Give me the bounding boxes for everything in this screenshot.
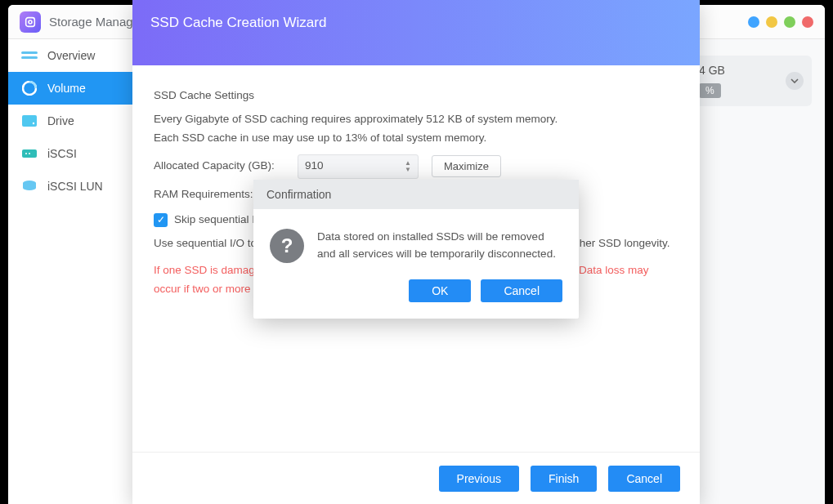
finish-button[interactable]: Finish	[531, 466, 597, 492]
sidebar-item-label: Volume	[47, 82, 86, 95]
maximize-button[interactable]: Maximize	[432, 155, 501, 177]
svg-rect-3	[21, 56, 38, 59]
dialog-title: Confirmation	[253, 180, 579, 209]
question-icon: ?	[270, 229, 304, 263]
cancel-button[interactable]: Cancel	[608, 466, 680, 492]
previous-button[interactable]: Previous	[439, 466, 519, 492]
sidebar-item-overview[interactable]: Overview	[8, 39, 137, 72]
sidebar-item-volume[interactable]: Volume	[8, 72, 137, 105]
settings-desc1: Every Gigabyte of SSD caching requires a…	[154, 110, 678, 129]
ok-button[interactable]: OK	[409, 279, 471, 302]
spinner-icon[interactable]: ▲▼	[405, 160, 411, 173]
dialog-body: ? Data stored on installed SSDs will be …	[253, 209, 579, 271]
wizard-title: SSD Cache Creation Wizard	[132, 0, 700, 65]
lun-icon	[21, 181, 38, 192]
svg-point-9	[29, 153, 30, 154]
volume-info-card[interactable]: 4 GB %	[689, 56, 812, 106]
capacity-input[interactable]: 910 ▲▼	[298, 154, 419, 179]
dialog-cancel-button[interactable]: Cancel	[481, 279, 562, 302]
iscsi-icon	[21, 148, 38, 159]
window-controls	[748, 16, 813, 28]
sidebar-item-label: iSCSI LUN	[47, 180, 103, 193]
svg-rect-0	[26, 17, 35, 26]
sidebar-item-label: Overview	[47, 49, 95, 62]
app-icon	[20, 11, 41, 33]
confirmation-dialog: Confirmation ? Data stored on installed …	[253, 180, 579, 319]
sidebar-item-label: Drive	[47, 114, 74, 127]
capacity-value: 910	[305, 157, 324, 176]
svg-point-1	[29, 20, 32, 24]
volume-icon	[21, 83, 38, 94]
percent-badge: %	[699, 83, 721, 98]
sidebar-item-iscsi-lun[interactable]: iSCSI LUN	[8, 170, 137, 203]
wizard-footer: Previous Finish Cancel	[132, 452, 700, 504]
svg-point-8	[25, 153, 27, 154]
overview-icon	[21, 50, 38, 61]
capacity-label: Allocated Capacity (GB):	[154, 157, 284, 176]
sidebar: Overview Volume Drive iSCSI iSCSI LUN	[8, 39, 137, 504]
window-max-icon[interactable]	[766, 16, 777, 28]
drive-icon	[21, 115, 38, 127]
dialog-footer: OK Cancel	[253, 271, 579, 319]
chevron-down-icon[interactable]	[786, 72, 804, 90]
settings-heading: SSD Cache Settings	[154, 87, 678, 105]
svg-point-6	[33, 123, 34, 124]
svg-rect-2	[21, 51, 38, 54]
svg-rect-5	[22, 115, 37, 127]
window-min-icon[interactable]	[748, 16, 759, 28]
dialog-message: Data stored on installed SSDs will be re…	[317, 229, 562, 263]
sidebar-item-drive[interactable]: Drive	[8, 105, 137, 137]
sidebar-item-iscsi[interactable]: iSCSI	[8, 137, 137, 170]
sidebar-item-label: iSCSI	[47, 147, 77, 160]
window-help-icon[interactable]	[784, 16, 795, 28]
capacity-row: Allocated Capacity (GB): 910 ▲▼ Maximize	[154, 154, 678, 179]
settings-desc2: Each SSD cache in use may use up to 13% …	[154, 129, 678, 148]
window-close-icon[interactable]	[802, 16, 813, 28]
checkbox-checked-icon: ✓	[154, 213, 168, 227]
